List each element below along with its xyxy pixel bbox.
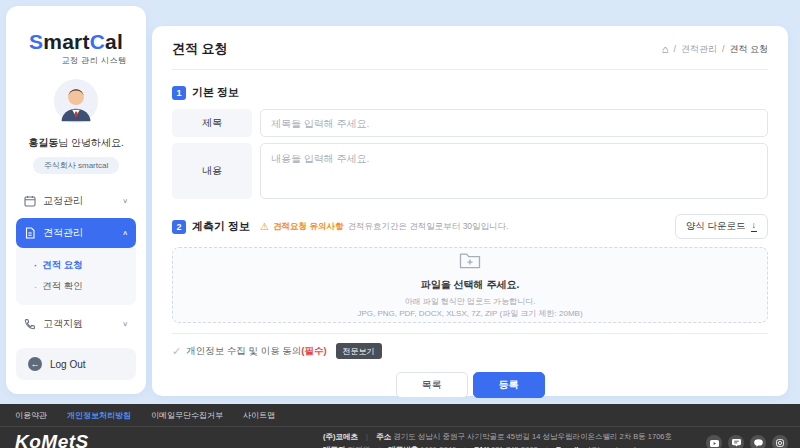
logo-part: al <box>105 30 123 53</box>
sidebar-subitem-quote-request[interactable]: · 견적 요청 <box>16 255 136 276</box>
submit-button[interactable]: 등록 <box>473 372 545 398</box>
calendar-icon <box>24 195 36 207</box>
sidebar-item-label: 견적관리 <box>43 226 122 240</box>
sidebar-subitem-label: 견적 확인 <box>42 280 83 293</box>
social-links <box>706 435 788 448</box>
consent-checkbox[interactable]: ✓ <box>172 345 181 358</box>
view-full-terms-button[interactable]: 전문보기 <box>336 343 382 359</box>
quote-notice: ⚠ 견적요청 유의사항 견적유효기간은 견적일로부터 30일입니다. <box>260 221 508 233</box>
greeting-text: 홍길동님 안녕하세요. <box>6 136 146 150</box>
notice-title: 견적요청 유의사항 <box>273 221 343 233</box>
logo-part: mart <box>43 30 89 53</box>
instagram-icon[interactable] <box>772 435 788 448</box>
footer-link-privacy[interactable]: 개인정보처리방침 <box>67 410 131 421</box>
footer-links: 이용약관 개인정보처리방침 이메일무단수집거부 사이트맵 <box>0 404 800 426</box>
chevron-down-icon: ∨ <box>122 320 128 327</box>
logo-part: C <box>90 30 105 53</box>
company-address: 경기도 성남시 중원구 사기막골로 45번길 14 성남우림라이온스밸리 2차 … <box>393 432 672 441</box>
sidebar-group-quotes: 견적관리 ∧ · 견적 요청 · 견적 확인 <box>16 218 136 305</box>
app-screen: SmartCal 교정 관리 시스템 홍길동님 안녕하세요. 주식회사 smar… <box>0 0 800 448</box>
user-avatar <box>53 78 99 128</box>
section-number-badge: 1 <box>172 86 186 100</box>
youtube-icon[interactable] <box>706 435 722 448</box>
sidebar-item-quotes[interactable]: 견적관리 ∧ <box>16 218 136 248</box>
breadcrumb: ⌂ / 견적관리 / 견적 요청 <box>662 43 768 56</box>
basic-info-form: 제목 내용 <box>172 109 768 199</box>
logo-part: S <box>29 30 43 53</box>
title-field-label: 제목 <box>172 109 252 137</box>
kakao-icon[interactable] <box>750 435 766 448</box>
title-input[interactable] <box>260 109 768 137</box>
document-icon <box>24 227 36 239</box>
page-title: 견적 요청 <box>172 40 228 58</box>
breadcrumb-separator: / <box>673 44 676 54</box>
divider <box>172 69 768 70</box>
logout-icon: ← <box>28 357 42 371</box>
content-textarea[interactable] <box>260 143 768 199</box>
file-upload-dropzone[interactable]: 파일을 선택해 주세요. 아래 파일 형식만 업로드 가능합니다. JPG, P… <box>172 247 768 323</box>
app-subtitle: 교정 관리 시스템 <box>42 55 146 66</box>
chevron-up-icon: ∧ <box>122 229 128 236</box>
phone-icon <box>24 318 36 330</box>
section-title: 계측기 정보 <box>192 219 250 234</box>
breadcrumb-separator: / <box>722 44 725 54</box>
sidebar-item-label: 고객지원 <box>43 317 122 331</box>
footer: 이용약관 개인정보처리방침 이메일무단수집거부 사이트맵 KoMetS (주)코… <box>0 404 800 448</box>
list-button[interactable]: 목록 <box>396 372 468 398</box>
warning-icon: ⚠ <box>260 222 269 232</box>
sidebar-item-calibration[interactable]: 교정관리 ∨ <box>16 188 136 214</box>
section-number-badge: 2 <box>172 220 186 234</box>
main-content: 견적 요청 ⌂ / 견적관리 / 견적 요청 1 기본 정보 제목 내용 <box>152 26 788 396</box>
upload-help-text: 아래 파일 형식만 업로드 가능합니다. JPG, PNG, PDF, DOCX… <box>357 296 582 320</box>
sidebar-menu: 교정관리 ∨ 견적관리 ∧ · 견적 요청 <box>6 188 146 369</box>
notice-text: 견적유효기간은 견적일로부터 30일입니다. <box>347 221 508 233</box>
company-name: (주)코메츠 <box>323 432 358 441</box>
quotes-submenu: · 견적 요청 · 견적 확인 <box>16 248 136 305</box>
company-info: (주)코메츠 | 주소 경기도 성남시 중원구 사기막골로 45번길 14 성남… <box>323 431 672 448</box>
footer-link-sitemap[interactable]: 사이트맵 <box>243 410 275 421</box>
download-icon: ↓ <box>751 221 758 232</box>
divider <box>172 333 768 334</box>
sidebar-item-label: 교정관리 <box>43 194 122 208</box>
template-download-button[interactable]: 양식 다운로드 ↓ <box>675 214 768 239</box>
logout-label: Log Out <box>50 359 86 370</box>
user-name: 홍길동 <box>28 137 58 148</box>
required-badge: (필수) <box>301 345 326 356</box>
download-button-label: 양식 다운로드 <box>686 220 746 233</box>
sidebar: SmartCal 교정 관리 시스템 홍길동님 안녕하세요. 주식회사 smar… <box>6 6 146 394</box>
content-field-label: 내용 <box>172 143 252 199</box>
blog-icon[interactable] <box>728 435 744 448</box>
bullet-icon: · <box>34 281 37 292</box>
sidebar-subitem-label: 견적 요청 <box>42 259 83 272</box>
bullet-icon: · <box>34 260 37 271</box>
footer-link-no-email[interactable]: 이메일무단수집거부 <box>151 410 223 421</box>
breadcrumb-item[interactable]: 견적관리 <box>681 43 717 56</box>
consent-label: 개인정보 수집 및 이용 동의(필수) <box>186 345 326 358</box>
app-logo: SmartCal <box>6 30 146 54</box>
section-title: 기본 정보 <box>192 85 239 100</box>
logout-button[interactable]: ← Log Out <box>16 348 136 380</box>
komets-logo: KoMetS <box>15 432 145 448</box>
chevron-down-icon: ∨ <box>122 197 128 204</box>
folder-plus-icon <box>459 251 481 273</box>
company-badge: 주식회사 smartcal <box>33 157 119 174</box>
sidebar-subitem-quote-check[interactable]: · 견적 확인 <box>16 276 136 297</box>
upload-main-text: 파일을 선택해 주세요. <box>421 278 519 292</box>
footer-link-terms[interactable]: 이용약관 <box>15 410 47 421</box>
breadcrumb-current: 견적 요청 <box>729 43 768 56</box>
home-icon[interactable]: ⌂ <box>662 44 669 55</box>
sidebar-item-support[interactable]: 고객지원 ∨ <box>16 311 136 337</box>
